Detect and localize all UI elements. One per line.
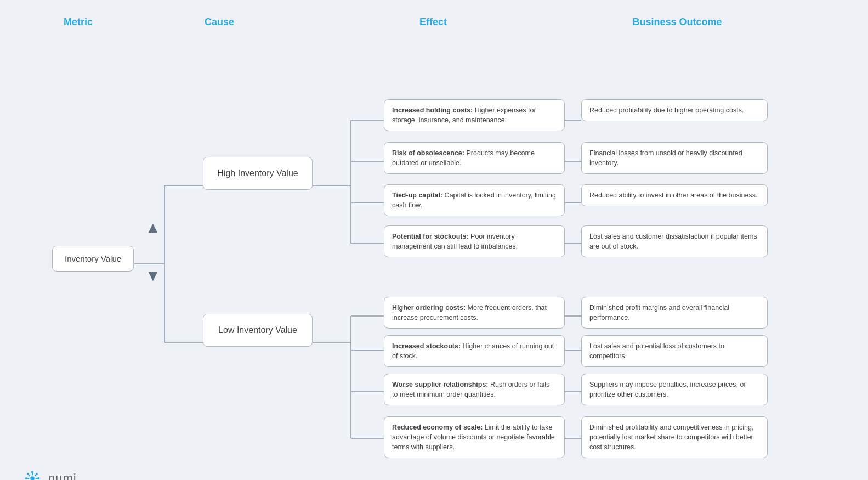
low-cause-label: Low Inventory Value xyxy=(218,325,297,335)
low-effect-3-bold: Worse supplier relationships: xyxy=(392,381,489,388)
low-effect-2-bold: Increased stockouts: xyxy=(392,342,461,350)
svg-point-33 xyxy=(31,471,33,473)
svg-point-37 xyxy=(27,473,29,475)
svg-point-36 xyxy=(37,477,39,479)
high-outcome-1: Reduced profitability due to higher oper… xyxy=(581,99,768,121)
header-metric: Metric xyxy=(22,16,134,28)
high-effect-4: Potential for stockouts: Poor inventory … xyxy=(384,225,565,257)
low-effect-3: Worse supplier relationships: Rush order… xyxy=(384,374,565,405)
svg-point-39 xyxy=(36,473,38,475)
header-cause: Cause xyxy=(134,16,304,28)
numi-logo-icon xyxy=(22,468,43,480)
metric-label: Inventory Value xyxy=(65,254,121,263)
high-effect-2-bold: Risk of obsolescence: xyxy=(392,149,464,157)
high-outcome-2: Financial losses from unsold or heavily … xyxy=(581,142,768,174)
svg-point-35 xyxy=(25,477,27,479)
high-effect-1-bold: Increased holding costs: xyxy=(392,106,473,114)
high-outcome-3: Reduced ability to invest in other areas… xyxy=(581,184,768,206)
low-effect-4: Reduced economy of scale: Limit the abil… xyxy=(384,416,565,458)
svg-point-24 xyxy=(30,476,35,480)
logo-text: numi xyxy=(48,471,77,480)
arrow-down: ▼ xyxy=(145,268,161,284)
metric-box: Inventory Value xyxy=(52,246,134,272)
diagram-container: ▲ ▼ Inventory Value High Inventory Value… xyxy=(22,44,846,480)
logo-area: numi xyxy=(22,468,77,480)
header-effect: Effect xyxy=(304,16,562,28)
high-cause-box: High Inventory Value xyxy=(203,157,313,190)
high-effect-4-bold: Potential for stockouts: xyxy=(392,233,469,240)
high-effect-3-bold: Tied-up capital: xyxy=(392,191,442,199)
low-effect-1-bold: Higher ordering costs: xyxy=(392,304,466,312)
low-effect-1: Higher ordering costs: More frequent ord… xyxy=(384,297,565,329)
arrow-up: ▲ xyxy=(145,220,161,235)
low-outcome-4: Diminished profitability and competitive… xyxy=(581,416,768,458)
low-outcome-2: Lost sales and potential loss of custome… xyxy=(581,335,768,367)
high-effect-1: Increased holding costs: Higher expenses… xyxy=(384,99,565,131)
high-effect-2: Risk of obsolescence: Products may becom… xyxy=(384,142,565,174)
high-cause-label: High Inventory Value xyxy=(217,168,298,178)
high-effect-3: Tied-up capital: Capital is locked in in… xyxy=(384,184,565,216)
low-effect-4-bold: Reduced economy of scale: xyxy=(392,423,483,431)
low-effect-2: Increased stockouts: Higher chances of r… xyxy=(384,335,565,367)
high-outcome-4: Lost sales and customer dissatisfaction … xyxy=(581,225,768,257)
header-outcome: Business Outcome xyxy=(562,16,792,28)
low-outcome-1: Diminished profit margins and overall fi… xyxy=(581,297,768,329)
low-outcome-3: Suppliers may impose penalties, increase… xyxy=(581,374,768,405)
low-cause-box: Low Inventory Value xyxy=(203,314,313,347)
